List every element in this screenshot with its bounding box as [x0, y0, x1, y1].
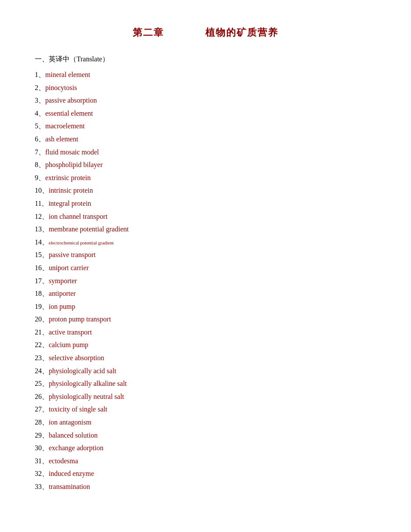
item-text: balanced solution [49, 432, 97, 439]
item-number: 28、 [35, 418, 49, 426]
item-text: integral protein [48, 200, 91, 207]
item-number: 5、 [35, 122, 45, 130]
list-item: 28、ion antagonism [35, 416, 376, 429]
item-number: 10、 [35, 187, 49, 194]
item-number: 29、 [35, 432, 49, 439]
item-number: 4、 [35, 110, 45, 117]
list-item: 24、physiologically acid salt [35, 365, 376, 378]
list-item: 30、exchange adorption [35, 442, 376, 455]
item-number: 24、 [35, 367, 49, 375]
item-text: extrinsic protein [45, 174, 90, 181]
list-item: 3、passive absorption [35, 94, 376, 107]
list-item: 8、phospholipid bilayer [35, 158, 376, 171]
item-text: physiologically acid salt [49, 367, 117, 375]
item-text: ash element [45, 135, 78, 143]
section-header: 一、英译中（Translate） [35, 55, 376, 64]
item-text: selective absorption [49, 354, 104, 361]
item-text: electrochemical potential gradient [49, 240, 114, 245]
list-item: 29、balanced solution [35, 429, 376, 442]
item-number: 1、 [35, 71, 45, 78]
item-number: 2、 [35, 84, 45, 91]
item-text: transamination [49, 483, 90, 490]
list-item: 26、physiologically neutral salt [35, 390, 376, 403]
item-text: physiologically alkaline salt [49, 380, 127, 387]
list-item: 20、proton pump transport [35, 313, 376, 326]
item-number: 7、 [35, 148, 45, 156]
list-item: 33、transamination [35, 480, 376, 493]
item-text: proton pump transport [49, 315, 111, 323]
list-item: 23、selective absorption [35, 351, 376, 365]
item-text: active transport [49, 328, 92, 336]
item-text: symporter [49, 277, 77, 284]
item-text: physiologically neutral salt [49, 393, 124, 400]
list-item: 22、calcium pump [35, 338, 376, 351]
item-number: 31、 [35, 457, 49, 465]
item-number: 22、 [35, 341, 49, 348]
list-item: 27、toxicity of single salt [35, 403, 376, 416]
list-item: 10、intrinsic protein [35, 184, 376, 197]
list-item: 9、extrinsic protein [35, 171, 376, 184]
list-item: 6、ash element [35, 133, 376, 146]
item-text: fluid mosaic model [45, 148, 99, 156]
item-number: 20、 [35, 315, 49, 323]
list-item: 21、active transport [35, 326, 376, 339]
item-text: mineral element [45, 71, 90, 78]
item-number: 21、 [35, 328, 49, 336]
page-title: 第二章 植物的矿质营养 [35, 26, 376, 39]
item-text: induced enzyme [49, 470, 94, 477]
list-item: 32、induced enzyme [35, 467, 376, 480]
item-number: 13、 [35, 225, 49, 233]
item-text: toxicity of single salt [49, 405, 107, 413]
item-number: 32、 [35, 470, 49, 477]
item-text: passive absorption [45, 97, 97, 104]
item-text: pinocytosis [45, 84, 77, 91]
item-text: antiporter [49, 290, 76, 297]
item-text: phospholipid bilayer [45, 161, 103, 168]
list-item: 4、essential element [35, 107, 376, 120]
list-item: 19、ion pump [35, 300, 376, 313]
list-item: 13、membrane potential gradient [35, 223, 376, 236]
item-text: uniport carrier [49, 264, 89, 271]
item-number: 25、 [35, 380, 49, 387]
item-number: 33、 [35, 483, 49, 490]
list-item: 1、mineral element [35, 68, 376, 81]
item-number: 15、 [35, 251, 49, 258]
item-number: 14、 [35, 238, 49, 246]
list-item: 17、symporter [35, 274, 376, 288]
item-number: 8、 [35, 161, 45, 168]
list-item: 16、uniport carrier [35, 261, 376, 274]
item-text: ion channel transport [49, 213, 107, 220]
list-item: 12、ion channel transport [35, 210, 376, 223]
chapter-name: 植物的矿质营养 [205, 27, 278, 38]
list-item: 11、integral protein [35, 197, 376, 210]
item-text: essential element [45, 110, 93, 117]
item-number: 18、 [35, 290, 49, 297]
item-number: 16、 [35, 264, 49, 271]
item-number: 3、 [35, 97, 45, 104]
list-item: 25、physiologically alkaline salt [35, 377, 376, 390]
list-item: 5、macroelement [35, 120, 376, 133]
list-item: 18、antiporter [35, 287, 376, 300]
item-number: 9、 [35, 174, 45, 181]
item-text: ion antagonism [49, 418, 91, 426]
item-number: 27、 [35, 405, 49, 413]
item-text: intrinsic protein [49, 187, 93, 194]
item-number: 26、 [35, 393, 49, 400]
list-item: 14、electrochemical potential gradient [35, 236, 376, 249]
list-item: 7、fluid mosaic model [35, 146, 376, 159]
item-number: 6、 [35, 135, 45, 143]
item-text: macroelement [45, 122, 85, 130]
chapter-number: 第二章 [133, 27, 164, 38]
item-text: ion pump [49, 303, 75, 310]
item-number: 23、 [35, 354, 49, 361]
list-item: 15、passive transport [35, 248, 376, 261]
item-number: 30、 [35, 444, 49, 452]
item-text: membrane potential gradient [49, 225, 129, 233]
list-item: 31、ectodesma [35, 455, 376, 468]
list-item: 2、pinocytosis [35, 81, 376, 94]
item-text: ectodesma [49, 457, 78, 465]
item-number: 11、 [35, 200, 48, 207]
item-number: 12、 [35, 213, 49, 220]
item-text: calcium pump [49, 341, 88, 348]
vocabulary-list: 1、mineral element2、pinocytosis3、passive … [35, 68, 376, 493]
